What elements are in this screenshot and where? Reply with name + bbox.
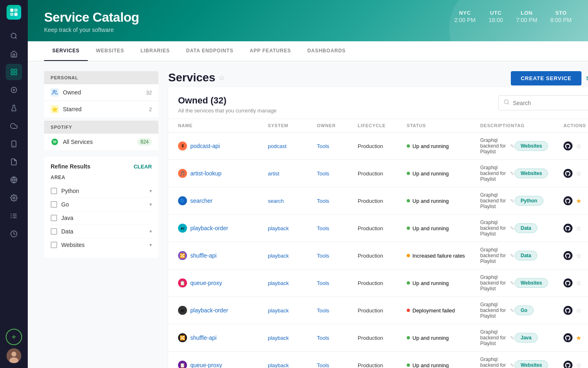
websites-checkbox[interactable] [51,242,57,248]
system-link[interactable]: playback [268,280,289,286]
service-name-link[interactable]: playback-order [190,307,228,314]
edit-icon[interactable]: ✎ [510,225,514,231]
filter-all-services[interactable]: All Services 824 [44,134,158,150]
tab-data-endpoints[interactable]: DATA ENDPOINTS [178,41,242,61]
tag-badge[interactable]: Websites [514,360,548,368]
doc-icon[interactable] [6,154,22,170]
owner-link[interactable]: Tools [317,307,329,314]
tag-badge[interactable]: Websites [514,278,548,288]
user-avatar[interactable] [7,348,21,363]
tag-badge[interactable]: Data [514,251,537,260]
system-link[interactable]: playback [268,362,289,368]
owner-link[interactable]: Tools [317,335,329,341]
edit-icon[interactable]: ✎ [510,143,514,149]
tag-badge[interactable]: Java [514,333,538,343]
owner-link[interactable]: Tools [317,198,329,204]
github-icon[interactable] [564,361,572,368]
support-button[interactable]: SUPPORT [586,75,588,81]
system-link[interactable]: podcast [268,143,287,149]
search-input[interactable] [513,100,588,106]
tag-badge[interactable]: Websites [514,141,548,151]
github-icon[interactable] [564,306,572,315]
owner-link[interactable]: Tools [317,253,329,259]
clear-button[interactable]: CLEAR [134,164,152,170]
owner-link[interactable]: Tools [317,225,329,231]
service-name-link[interactable]: searcher [190,197,212,204]
tab-libraries[interactable]: LIBRARIES [132,41,178,61]
system-link[interactable]: search [268,198,284,204]
go-checkbox[interactable] [51,201,57,208]
github-icon[interactable] [564,251,572,260]
star-action[interactable]: ☆ [576,224,581,232]
tag-badge[interactable]: Websites [514,168,548,178]
service-name-link[interactable]: podcast-api [190,143,220,149]
clock-icon[interactable] [6,226,22,242]
star-action[interactable]: ★ [576,334,581,342]
filter-python[interactable]: Python ▾ [51,184,152,198]
github-icon[interactable] [564,278,572,287]
gear-icon[interactable] [6,190,22,206]
services-star-icon[interactable]: ☆ [218,73,225,82]
python-checkbox[interactable] [51,188,57,194]
github-icon[interactable] [564,333,572,342]
java-checkbox[interactable] [51,215,57,221]
star-action[interactable]: ☆ [576,170,581,177]
tab-websites[interactable]: WEBSITES [88,41,132,61]
edit-icon[interactable]: ✎ [510,198,514,204]
service-name-link[interactable]: shuffle-api [190,252,216,259]
list-icon[interactable] [6,208,22,224]
edit-icon[interactable]: ✎ [510,362,514,368]
service-name-link[interactable]: playback-order [190,225,228,231]
github-icon[interactable] [564,141,572,150]
tag-badge[interactable]: Go [514,305,534,315]
create-service-button[interactable]: CREATE SERVICE [511,71,581,85]
system-link[interactable]: playback [268,253,289,259]
tab-dashboards[interactable]: DASHBOARDS [299,41,354,61]
tab-services[interactable]: SERVICES [44,41,88,61]
star-action[interactable]: ☆ [576,361,581,368]
cloud-icon[interactable] [6,118,22,134]
edit-icon[interactable]: ✎ [510,280,514,286]
data-checkbox[interactable] [51,228,57,235]
add-new-icon[interactable] [6,329,22,345]
star-action[interactable]: ★ [576,197,581,205]
github-icon[interactable] [564,224,572,233]
owner-link[interactable]: Tools [317,362,329,368]
search-box[interactable]: ✕ [498,95,588,110]
catalog-icon[interactable] [6,64,22,80]
system-link[interactable]: playback [268,307,289,314]
star-action[interactable]: ☆ [576,307,581,314]
service-name-link[interactable]: queue-proxy [190,280,222,286]
filter-go[interactable]: Go ▾ [51,198,152,211]
owner-link[interactable]: Tools [317,280,329,286]
edit-icon[interactable]: ✎ [510,171,514,177]
edit-icon[interactable]: ✎ [510,307,514,314]
add-circle-icon[interactable] [6,82,22,98]
system-link[interactable]: playback [268,225,289,231]
star-action[interactable]: ☆ [576,279,581,287]
service-name-link[interactable]: queue-proxy [190,362,222,368]
github-icon[interactable] [564,169,572,178]
filter-starred[interactable]: ⭐ Starred 2 [44,101,158,117]
tab-app-features[interactable]: APP FEATURES [241,41,299,61]
filter-websites[interactable]: Websites ▾ [51,238,152,251]
flask-icon[interactable] [6,100,22,116]
app-logo[interactable] [7,5,21,20]
home-icon[interactable] [6,46,22,62]
tag-badge[interactable]: Data [514,223,537,233]
star-action[interactable]: ☆ [576,252,581,260]
edit-icon[interactable]: ✎ [510,335,514,341]
owner-link[interactable]: Tools [317,143,329,149]
search-icon[interactable] [6,28,22,44]
mobile-icon[interactable] [6,136,22,152]
owner-link[interactable]: Tools [317,171,329,177]
filter-owned[interactable]: Owned 32 [44,84,158,101]
star-action[interactable]: ☆ [576,142,581,150]
filter-java[interactable]: Java [51,211,152,225]
system-link[interactable]: playback [268,335,289,341]
globe-icon[interactable] [6,172,22,188]
service-name-link[interactable]: shuffle-api [190,334,216,341]
edit-icon[interactable]: ✎ [510,253,514,259]
filter-data[interactable]: Data ▾ [51,225,152,238]
system-link[interactable]: artist [268,171,279,177]
